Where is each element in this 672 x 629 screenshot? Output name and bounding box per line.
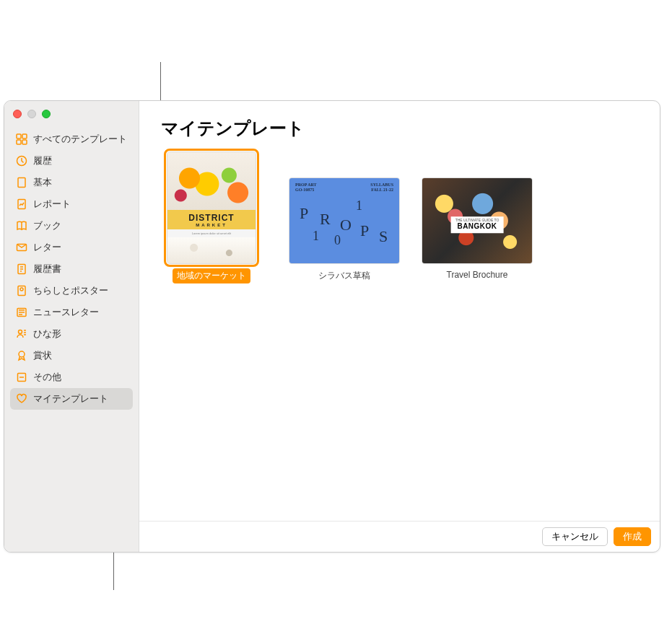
template-item-travel-brochure[interactable]: THE ULTIMATE GUIDE TO BANGKOK Travel Bro… <box>419 151 535 281</box>
heart-icon <box>16 393 27 405</box>
sidebar-item-stationery[interactable]: ひな形 <box>10 323 133 345</box>
sidebar-item-label: 履歴書 <box>33 263 61 276</box>
thumb-subtitle: MARKET <box>167 223 256 229</box>
ribbon-icon <box>16 350 27 361</box>
sidebar-item-label: ひな形 <box>33 327 61 340</box>
cancel-button[interactable]: キャンセル <box>542 527 608 546</box>
sidebar-item-my-templates[interactable]: マイテンプレート <box>10 388 133 410</box>
sidebar: すべてのテンプレート 履歴 基本 レポート ブック レター <box>4 101 139 552</box>
sidebar-item-miscellaneous[interactable]: その他 <box>10 366 133 388</box>
sidebar-item-label: 基本 <box>33 176 52 189</box>
sidebar-item-flyers-posters[interactable]: ちらしとポスター <box>10 280 133 302</box>
thumb-title: DISTRICT <box>188 213 234 223</box>
newsletter-icon <box>16 307 27 318</box>
sidebar-item-label: レポート <box>33 198 71 211</box>
sidebar-item-label: ニュースレター <box>33 306 99 319</box>
sidebar-item-books[interactable]: ブック <box>10 215 133 237</box>
sidebar-item-reports[interactable]: レポート <box>10 193 133 215</box>
template-grid: DISTRICT MARKET Lorem ipsum dolor sit am… <box>139 151 660 521</box>
template-item-syllabus-draft[interactable]: PROP ARTGO-10875 SYLLABUSFALL 21-22 P R … <box>287 151 402 283</box>
template-label: Travel Brochure <box>442 268 512 281</box>
sidebar-item-recents[interactable]: 履歴 <box>10 150 133 172</box>
template-item-district-market[interactable]: DISTRICT MARKET Lorem ipsum dolor sit am… <box>154 151 269 283</box>
sidebar-item-label: レター <box>33 241 61 254</box>
sidebar-item-label: その他 <box>33 371 61 384</box>
page-title: マイテンプレート <box>139 101 660 151</box>
sidebar-item-label: すべてのテンプレート <box>33 133 127 146</box>
svg-point-10 <box>20 288 23 291</box>
thumb-top-left: PROP ARTGO-10875 <box>295 182 317 193</box>
templates-icon <box>16 133 27 145</box>
thumb-top-right: SYLLABUSFALL 21-22 <box>370 182 393 193</box>
sidebar-item-basic[interactable]: 基本 <box>10 172 133 193</box>
svg-rect-5 <box>18 178 25 188</box>
sidebar-item-newsletters[interactable]: ニュースレター <box>10 302 133 323</box>
window-controls <box>4 105 139 128</box>
zoom-window-button[interactable] <box>42 110 51 118</box>
svg-point-13 <box>19 351 25 357</box>
stationery-icon <box>16 328 27 340</box>
resume-icon <box>16 263 27 275</box>
minimize-window-button[interactable] <box>27 110 36 118</box>
letter-icon <box>16 242 27 253</box>
svg-point-12 <box>19 330 22 334</box>
sidebar-category-list: すべてのテンプレート 履歴 基本 レポート ブック レター <box>4 128 139 410</box>
thumb-letters: P R O P S 1 1 0 <box>298 200 390 256</box>
template-label: 地域のマーケット <box>173 268 250 283</box>
template-label: シラバス草稿 <box>314 268 375 283</box>
create-button[interactable]: 作成 <box>614 527 651 546</box>
svg-rect-2 <box>17 140 21 144</box>
template-thumbnail: THE ULTIMATE GUIDE TO BANGKOK <box>422 177 533 264</box>
template-chooser-window: すべてのテンプレート 履歴 基本 レポート ブック レター <box>4 100 660 553</box>
svg-rect-1 <box>22 134 27 138</box>
footer: キャンセル 作成 <box>139 521 660 552</box>
close-window-button[interactable] <box>13 110 22 118</box>
sidebar-item-resumes[interactable]: 履歴書 <box>10 258 133 280</box>
clock-icon <box>16 155 27 167</box>
svg-rect-3 <box>22 140 27 144</box>
page-icon <box>16 177 27 188</box>
sidebar-item-label: ブック <box>33 219 61 232</box>
sidebar-item-label: マイテンプレート <box>33 392 108 405</box>
sidebar-item-label: ちらしとポスター <box>33 284 108 297</box>
book-icon <box>16 220 27 232</box>
sidebar-item-label: 賞状 <box>33 349 52 362</box>
sidebar-item-label: 履歴 <box>33 154 52 167</box>
template-thumbnail: PROP ARTGO-10875 SYLLABUSFALL 21-22 P R … <box>289 177 400 264</box>
thumb-tag-small: THE ULTIMATE GUIDE TO <box>455 218 499 222</box>
sidebar-item-all-templates[interactable]: すべてのテンプレート <box>10 128 133 150</box>
template-thumbnail: DISTRICT MARKET Lorem ipsum dolor sit am… <box>167 151 256 264</box>
thumb-tag-big: BANGKOK <box>455 223 499 231</box>
report-icon <box>16 198 27 210</box>
sidebar-item-letters[interactable]: レター <box>10 237 133 258</box>
sidebar-item-certificates[interactable]: 賞状 <box>10 345 133 366</box>
flyer-icon <box>16 285 27 296</box>
other-icon <box>16 371 27 383</box>
svg-rect-0 <box>17 134 21 138</box>
main-panel: マイテンプレート DISTRICT MARKET Lorem ipsum dol… <box>139 101 660 552</box>
